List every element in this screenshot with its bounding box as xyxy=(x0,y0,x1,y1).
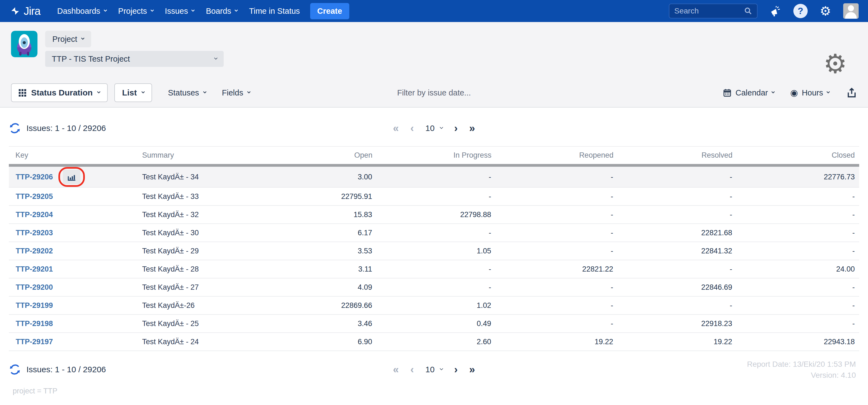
create-button[interactable]: Create xyxy=(310,3,349,19)
resolved-cell: 22918.23 xyxy=(614,314,733,333)
pagination-first-icon[interactable]: « xyxy=(393,364,399,375)
resolved-cell: 22821.68 xyxy=(614,224,733,242)
calendar-dropdown[interactable]: Calendar xyxy=(723,88,774,97)
jql-label: project = TTP xyxy=(13,387,859,395)
table-row: TTP-29201 Test KaydÄ± - 28 3.11 - 22821.… xyxy=(9,260,859,278)
user-avatar[interactable] xyxy=(843,3,859,19)
reopened-cell: - xyxy=(491,314,614,333)
pagination-last-icon[interactable]: » xyxy=(469,123,475,133)
issues-summary-row-top: Issues: 1 - 10 / 29206 «‹10›» xyxy=(9,119,859,137)
search-input[interactable] xyxy=(674,6,741,16)
search-icon xyxy=(744,7,752,15)
issue-key-link[interactable]: TTP-29199 xyxy=(16,301,53,310)
open-cell: 4.09 xyxy=(279,278,372,296)
chevron-down-icon xyxy=(440,367,443,370)
issue-key-link[interactable]: TTP-29202 xyxy=(16,247,53,255)
open-cell: 3.53 xyxy=(279,242,372,260)
issue-key-link[interactable]: TTP-29200 xyxy=(16,283,53,292)
search-box[interactable] xyxy=(669,4,757,19)
chevron-down-icon xyxy=(440,126,443,129)
export-icon[interactable] xyxy=(845,87,857,99)
refresh-button[interactable] xyxy=(9,122,21,134)
issue-key-link[interactable]: TTP-29197 xyxy=(16,338,53,346)
help-icon[interactable]: ? xyxy=(793,4,808,18)
in-progress-cell: - xyxy=(372,188,491,205)
summary-cell: Test KaydÄ± - 28 xyxy=(135,260,279,278)
refresh-icon xyxy=(9,364,21,376)
eye-icon: ◉ xyxy=(790,88,798,97)
summary-cell: Test KaydÄ± - 34 xyxy=(135,165,279,188)
chevron-down-icon xyxy=(771,90,775,94)
project-controls: Project TTP - TIS Test Project xyxy=(45,31,224,67)
issue-key-link[interactable]: TTP-29205 xyxy=(16,192,53,201)
summary-cell: Test KaydÄ± - 33 xyxy=(135,188,279,205)
closed-cell: - xyxy=(733,205,859,224)
issues-table-body: TTP-29206 Test KaydÄ± - 34 3.00 - - - 22… xyxy=(9,165,859,351)
calendar-icon xyxy=(723,88,732,97)
refresh-button[interactable] xyxy=(9,364,21,376)
open-cell: 6.90 xyxy=(279,333,372,351)
navbar-right: ? ⚙ xyxy=(669,3,859,19)
issue-date-filter[interactable]: Filter by issue date... xyxy=(397,88,471,97)
chart-icon-button[interactable] xyxy=(63,170,81,184)
pagination-first-icon[interactable]: « xyxy=(393,123,399,133)
issue-key-link[interactable]: TTP-29206 xyxy=(16,173,53,181)
statuses-dropdown[interactable]: Statuses xyxy=(168,88,206,97)
closed-cell: - xyxy=(733,314,859,333)
issue-key-link[interactable]: TTP-29201 xyxy=(16,265,53,273)
pagination-previous-icon[interactable]: ‹ xyxy=(410,123,414,133)
project-header: Project TTP - TIS Test Project ⚙ xyxy=(11,31,857,67)
report-type-button[interactable]: Status Duration xyxy=(11,83,108,102)
version-label: Version: 4.10 xyxy=(747,370,856,381)
table-row: TTP-29197 Test KaydÄ± - 24 6.90 2.60 19.… xyxy=(9,333,859,351)
closed-cell: 24.00 xyxy=(733,260,859,278)
chevron-down-icon xyxy=(214,56,218,60)
pagination-next-icon[interactable]: › xyxy=(454,123,458,133)
jira-logo-text: Jira xyxy=(24,5,40,17)
chevron-down-icon xyxy=(247,90,251,94)
issue-key-link[interactable]: TTP-29203 xyxy=(16,229,53,237)
project-avatar-icon[interactable] xyxy=(11,31,37,57)
view-type-button[interactable]: List xyxy=(114,83,152,102)
issue-key-link[interactable]: TTP-29198 xyxy=(16,319,53,328)
chevron-down-icon xyxy=(97,90,100,94)
closed-cell: 22943.18 xyxy=(733,333,859,351)
pagination-previous-icon[interactable]: ‹ xyxy=(410,364,414,375)
summary-cell: Test KaydÄ± - 25 xyxy=(135,314,279,333)
pagination-top: «‹10›» xyxy=(393,123,475,133)
nav-item-time-in-status[interactable]: Time in Status xyxy=(243,0,306,22)
nav-item-boards[interactable]: Boards xyxy=(200,0,243,22)
closed-cell: 22776.73 xyxy=(733,165,859,188)
gear-icon[interactable]: ⚙ xyxy=(820,5,831,17)
nav-item-projects[interactable]: Projects xyxy=(113,0,159,22)
megaphone-icon[interactable] xyxy=(770,5,781,17)
jira-logo[interactable]: Jira xyxy=(9,5,40,17)
fields-dropdown[interactable]: Fields xyxy=(222,88,250,97)
issues-count-label: Issues: 1 - 10 / 29206 xyxy=(26,124,106,133)
project-select[interactable]: TTP - TIS Test Project xyxy=(45,51,224,67)
reopened-cell: - xyxy=(491,224,614,242)
report-date-label: Report Date: 13/Eki/20 1:53 PM xyxy=(747,359,856,370)
report-toolbar: Status Duration List Statuses Fields Fil… xyxy=(11,78,857,107)
annotation-ring xyxy=(58,167,85,187)
table-row: TTP-29202 Test KaydÄ± - 29 3.53 1.05 - 2… xyxy=(9,242,859,260)
reopened-cell: 19.22 xyxy=(491,333,614,351)
in-progress-cell: - xyxy=(372,224,491,242)
page-size-select[interactable]: 10 xyxy=(425,124,442,133)
nav-item-issues[interactable]: Issues xyxy=(159,0,200,22)
resolved-cell: - xyxy=(614,296,733,314)
issue-key-link[interactable]: TTP-29204 xyxy=(16,210,53,219)
settings-gear-icon[interactable]: ⚙ xyxy=(824,50,847,77)
nav-item-dashboards[interactable]: Dashboards xyxy=(51,0,112,22)
time-unit-dropdown[interactable]: ◉ Hours xyxy=(790,88,830,97)
pagination-next-icon[interactable]: › xyxy=(454,364,458,375)
project-dropdown-button[interactable]: Project xyxy=(45,31,91,47)
in-progress-cell: - xyxy=(372,165,491,188)
top-navbar: Jira DashboardsProjectsIssuesBoardsTime … xyxy=(0,0,868,22)
pagination-last-icon[interactable]: » xyxy=(469,364,475,375)
page-size-select[interactable]: 10 xyxy=(425,365,442,374)
toolbar-right: Calendar ◉ Hours xyxy=(723,87,857,99)
in-progress-cell: 0.49 xyxy=(372,314,491,333)
refresh-icon xyxy=(9,122,21,134)
issues-count-label: Issues: 1 - 10 / 29206 xyxy=(26,365,106,374)
